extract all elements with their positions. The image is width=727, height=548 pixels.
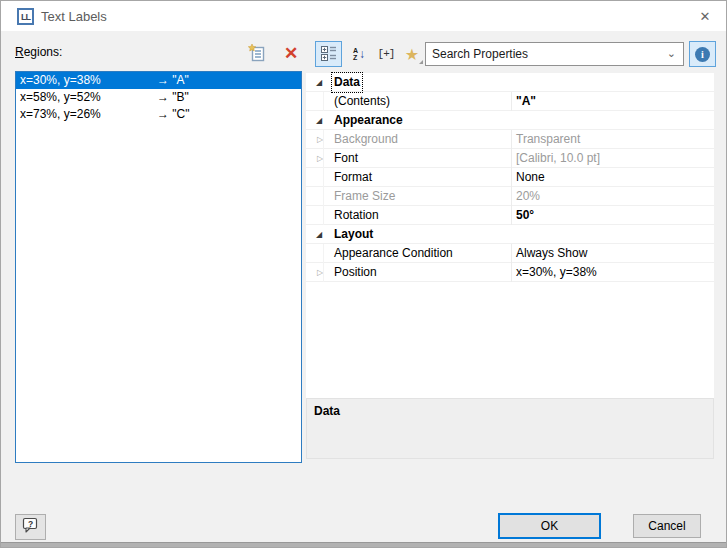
text-labels-dialog: LL Text Labels ✕ Regions: ✕ x=30%, y=38%… [0, 0, 727, 548]
expand-triangle-icon[interactable]: ▷ [317, 130, 323, 149]
property-label: Position [334, 263, 377, 282]
property-row-contents[interactable]: (Contents) "A" [306, 92, 714, 111]
window-bottom-frame [1, 542, 726, 547]
region-coords: x=30%, y=38% [20, 73, 101, 87]
property-value[interactable]: None [516, 168, 545, 187]
property-label: Font [334, 149, 358, 168]
expand-all-button[interactable]: [+] [373, 41, 399, 67]
category-label: Appearance [334, 111, 403, 130]
expand-triangle-icon[interactable]: ▷ [317, 149, 323, 168]
regions-label: Regions: [15, 45, 62, 59]
info-icon: i [695, 47, 710, 62]
property-label: Background [334, 130, 398, 149]
property-value[interactable]: Transparent [516, 130, 580, 149]
search-properties-value: Search Properties [432, 47, 528, 61]
property-row-background[interactable]: ▷ Background Transparent [306, 130, 714, 149]
region-list-item[interactable]: x=30%, y=38% → "A" [16, 72, 301, 89]
category-label: Layout [334, 225, 373, 244]
property-value[interactable]: [Calibri, 10.0 pt] [516, 149, 600, 168]
info-button[interactable]: i [689, 41, 716, 67]
new-document-icon [247, 43, 267, 66]
region-list-item[interactable]: x=58%, y=52% → "B" [16, 89, 301, 106]
help-button[interactable]: ? [15, 514, 46, 540]
category-label: Data [332, 73, 362, 92]
search-properties-combo[interactable]: Search Properties ⌄ [425, 42, 684, 66]
property-grid: ◢ Data (Contents) "A" ◢ Appearance ▷ Bac… [306, 73, 714, 398]
property-label: Rotation [334, 206, 379, 225]
property-row-position[interactable]: ▷ Position x=30%, y=38% [306, 263, 714, 282]
star-icon: ★ [405, 45, 419, 64]
region-coords: x=73%, y=26% [20, 107, 101, 121]
cancel-button[interactable]: Cancel [633, 514, 701, 538]
region-mapping: → "A" [157, 72, 189, 89]
property-row-font[interactable]: ▷ Font [Calibri, 10.0 pt] [306, 149, 714, 168]
region-mapping: → "B" [157, 89, 189, 106]
help-bubble-icon: ? [22, 517, 39, 537]
collapse-triangle-icon[interactable]: ◢ [316, 73, 322, 92]
property-label: Appearance Condition [334, 244, 453, 263]
property-label: Format [334, 168, 372, 187]
property-row-rotation[interactable]: Rotation 50° [306, 206, 714, 225]
description-title: Data [314, 404, 340, 418]
property-value[interactable]: 20% [516, 187, 540, 206]
category-row-appearance[interactable]: ◢ Appearance [306, 111, 714, 130]
property-value[interactable]: 50° [516, 206, 534, 225]
collapse-triangle-icon[interactable]: ◢ [316, 111, 322, 130]
categorized-view-button[interactable] [315, 41, 342, 67]
category-row-data[interactable]: ◢ Data [306, 73, 714, 92]
title-bar: LL Text Labels ✕ [1, 1, 726, 31]
property-description-pane: Data [306, 398, 714, 459]
category-row-layout[interactable]: ◢ Layout [306, 225, 714, 244]
property-value[interactable]: x=30%, y=38% [516, 263, 597, 282]
collapse-triangle-icon[interactable]: ◢ [316, 225, 322, 244]
window-title: Text Labels [41, 9, 107, 24]
dropdown-corner-icon [419, 60, 423, 64]
svg-text:?: ? [28, 519, 33, 529]
delete-region-button[interactable]: ✕ [279, 41, 303, 65]
categorized-icon [321, 45, 337, 64]
region-list-item[interactable]: x=73%, y=26% → "C" [16, 106, 301, 123]
chevron-down-icon: ⌄ [667, 47, 676, 60]
delete-x-icon: ✕ [284, 43, 298, 64]
expand-triangle-icon[interactable]: ▷ [317, 263, 323, 282]
property-row-frame-size[interactable]: Frame Size 20% [306, 187, 714, 206]
property-row-format[interactable]: Format None [306, 168, 714, 187]
property-label: Frame Size [334, 187, 395, 206]
region-mapping: → "C" [157, 106, 190, 123]
regions-listbox[interactable]: x=30%, y=38% → "A" x=58%, y=52% → "B" x=… [15, 71, 302, 463]
alphabetical-sort-button[interactable]: AZ ↓ [346, 41, 372, 67]
app-icon: LL [17, 8, 34, 25]
property-row-appearance-condition[interactable]: Appearance Condition Always Show [306, 244, 714, 263]
sort-az-icon: AZ ↓ [353, 47, 365, 61]
region-coords: x=58%, y=52% [20, 90, 101, 104]
property-value[interactable]: "A" [516, 92, 536, 111]
favorites-button[interactable]: ★ [399, 41, 425, 67]
property-value[interactable]: Always Show [516, 244, 587, 263]
close-icon[interactable]: ✕ [692, 5, 718, 27]
add-region-button[interactable] [245, 42, 269, 66]
property-label: (Contents) [334, 92, 390, 111]
ok-button[interactable]: OK [498, 513, 601, 539]
